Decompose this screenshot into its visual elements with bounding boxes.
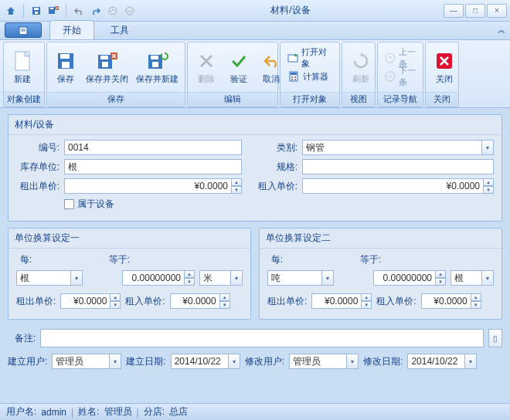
create-date-picker[interactable]: 2014/10/22▾ (171, 354, 240, 369)
svg-point-6 (109, 7, 117, 15)
unit1-equal-unit-combo[interactable]: 米▾ (199, 270, 243, 286)
svg-point-26 (294, 76, 296, 78)
save-button[interactable]: 保存 (50, 48, 81, 87)
refresh-icon (350, 50, 372, 72)
stock-unit-input[interactable]: 根 (64, 159, 242, 174)
close-icon (434, 50, 455, 72)
rent-in-spinner[interactable]: ¥0.0000 ▲▼ (302, 178, 494, 194)
svg-rect-13 (60, 54, 70, 59)
svg-rect-24 (291, 73, 297, 75)
category-combo[interactable]: 钢管 ▾ (302, 140, 494, 155)
unit1-rent-in[interactable]: ¥0.0000▲▼ (170, 293, 230, 309)
ribbon-tabs: 开始 工具 ︽ (0, 22, 510, 40)
maximize-button[interactable]: □ (465, 4, 485, 18)
svg-rect-2 (35, 12, 38, 14)
status-name: 管理员 (104, 405, 132, 418)
svg-rect-20 (151, 56, 158, 59)
modify-date-picker[interactable]: 2014/10/22▾ (407, 354, 477, 369)
delete-button[interactable]: 删除 (191, 48, 222, 87)
validate-button[interactable]: 验证 (223, 48, 254, 87)
ribbon: 新建 对象创建 保存 保存并关闭 保存并新建 保存 删除 (0, 40, 510, 108)
app-menu-button[interactable] (5, 22, 42, 38)
nav-down-icon[interactable] (122, 3, 138, 19)
svg-point-25 (291, 76, 293, 78)
minimize-button[interactable]: — (444, 4, 464, 18)
unit2-per-combo[interactable]: 吨▾ (267, 270, 334, 286)
create-user-combo[interactable]: 管理员▾ (52, 354, 121, 369)
unit2-panel: 单位换算设定二 每: 等于: 吨▾ 0.00000000▲▼ 根▾ 租出单价: … (259, 228, 502, 320)
svg-rect-14 (62, 62, 70, 68)
open-object-icon (287, 52, 298, 64)
calculator-icon (287, 70, 300, 83)
unit2-equal-unit-combo[interactable]: 根▾ (450, 270, 494, 286)
unit1-equal-spinner[interactable]: 0.00000000▲▼ (122, 270, 195, 286)
status-branch: 总店 (169, 405, 188, 418)
calculator-button[interactable]: 计算器 (284, 68, 336, 85)
save-close-icon (97, 50, 118, 72)
home-icon[interactable] (3, 3, 19, 19)
spin-down-icon[interactable]: ▼ (483, 186, 494, 194)
svg-rect-21 (152, 62, 158, 67)
refresh-button[interactable]: 刷新 (345, 48, 376, 87)
close-window-button[interactable]: × (487, 4, 507, 18)
form-area: 材料/设备 编号: 0014 类别: 钢管 ▾ 库存单位: 根 规格: 租出单价… (0, 108, 510, 372)
spin-up-icon[interactable]: ▲ (231, 178, 242, 186)
svg-point-7 (126, 7, 134, 15)
unit2-rent-out[interactable]: ¥0.0000▲▼ (311, 293, 372, 309)
save-icon[interactable] (29, 3, 44, 19)
modify-user-combo[interactable]: 管理员▾ (289, 354, 359, 369)
titlebar: 材料/设备 — □ × (0, 0, 510, 22)
svg-rect-17 (102, 62, 108, 67)
open-object-button[interactable]: 打开对象 (284, 49, 336, 66)
save-icon (55, 50, 76, 72)
spin-up-icon[interactable]: ▲ (483, 178, 494, 186)
arrow-up-icon (385, 52, 396, 64)
audit-row: 建立用户: 管理员▾ 建立日期: 2014/10/22▾ 修改用户: 管理员▾ … (8, 354, 502, 369)
svg-rect-1 (34, 8, 39, 10)
window-title: 材料/设备 (138, 4, 444, 17)
save-close-icon[interactable] (46, 3, 61, 19)
svg-rect-4 (50, 8, 53, 9)
check-icon (228, 50, 250, 72)
quick-access-toolbar (3, 3, 138, 19)
main-panel: 材料/设备 编号: 0014 类别: 钢管 ▾ 库存单位: 根 规格: 租出单价… (8, 114, 502, 222)
nav-up-icon[interactable] (105, 3, 121, 19)
arrow-down-icon (385, 70, 396, 83)
undo-icon (260, 50, 282, 72)
unit1-per-combo[interactable]: 根▾ (16, 270, 83, 286)
undo-icon[interactable] (71, 3, 87, 19)
chevron-down-icon[interactable]: ▾ (481, 140, 494, 155)
svg-point-28 (294, 79, 296, 80)
svg-point-27 (291, 79, 293, 80)
svg-point-29 (386, 53, 395, 63)
unit2-rent-in[interactable]: ¥0.0000▲▼ (421, 293, 481, 309)
status-user: admin (41, 407, 66, 418)
delete-icon (196, 50, 217, 72)
code-input[interactable]: 0014 (64, 140, 242, 155)
remark-expand-button[interactable]: ▯ (488, 329, 502, 347)
is-equipment-checkbox[interactable]: 属于设备 (64, 198, 114, 211)
unit1-panel: 单位换算设定一 每: 等于: 根▾ 0.00000000▲▼ 米▾ 租出单价: … (8, 228, 251, 320)
status-bar: 用户名: admin | 姓名: 管理员 | 分店: 总店 (0, 403, 510, 420)
rent-out-spinner[interactable]: ¥0.0000 ▲▼ (64, 178, 242, 194)
svg-point-30 (386, 72, 395, 81)
redo-icon[interactable] (88, 3, 104, 19)
close-button[interactable]: 关闭 (429, 48, 460, 87)
next-record-button[interactable]: 下一条 (381, 68, 420, 85)
save-new-icon (147, 50, 168, 72)
spec-input[interactable] (302, 159, 494, 174)
save-close-button[interactable]: 保存并关闭 (83, 48, 131, 87)
save-new-button[interactable]: 保存并新建 (133, 48, 182, 87)
tab-tools[interactable]: 工具 (97, 20, 142, 39)
new-button[interactable]: 新建 (7, 48, 38, 87)
checkbox-icon (64, 199, 74, 209)
tab-start[interactable]: 开始 (49, 20, 94, 39)
remark-input[interactable] (40, 329, 484, 347)
unit1-rent-out[interactable]: ¥0.0000▲▼ (60, 293, 121, 309)
prev-record-button[interactable]: 上一条 (381, 49, 420, 66)
new-icon (12, 50, 33, 72)
svg-rect-16 (100, 56, 108, 59)
spin-down-icon[interactable]: ▼ (231, 186, 242, 194)
unit2-equal-spinner[interactable]: 0.00000000▲▼ (373, 270, 446, 286)
collapse-ribbon-icon[interactable]: ︽ (498, 25, 505, 36)
